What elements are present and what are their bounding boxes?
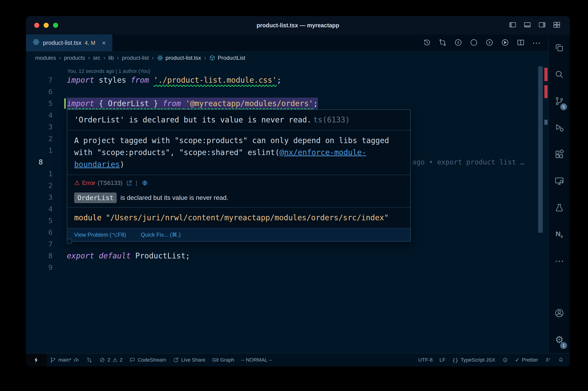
gitgraph-status[interactable]: Git Graph bbox=[209, 357, 238, 363]
line-number: 8 bbox=[26, 250, 67, 262]
line-number: 2 bbox=[26, 133, 67, 144]
search-icon[interactable] bbox=[549, 61, 570, 88]
cloud-upload-icon bbox=[74, 357, 80, 363]
symbol-cube-icon bbox=[209, 55, 215, 61]
breadcrumb-item-file[interactable]: product-list.tsx bbox=[157, 55, 201, 61]
inline-blame: ago • export product list … bbox=[412, 156, 524, 168]
customize-layout-icon[interactable] bbox=[553, 21, 561, 30]
prettier-status[interactable]: ✓ Prettier bbox=[511, 357, 542, 363]
breadcrumb-item-modules[interactable]: modules bbox=[35, 55, 56, 61]
minimize-window-button[interactable] bbox=[44, 23, 49, 28]
circle-icon[interactable] bbox=[470, 38, 478, 48]
problems-status[interactable]: 2 ⚠ 2 bbox=[96, 357, 126, 363]
scrollbar[interactable] bbox=[538, 66, 543, 233]
code-line[interactable]: 8export default ProductList; bbox=[26, 250, 548, 262]
close-window-button[interactable] bbox=[34, 23, 39, 28]
encoding-status[interactable]: UTF-8 bbox=[415, 357, 436, 363]
breadcrumb-item-symbol[interactable]: ProductList bbox=[209, 55, 245, 61]
status-bar: main* 2 ⚠ 2 CodeStream Live Share Git Gr… bbox=[26, 353, 570, 366]
globe-icon[interactable] bbox=[142, 180, 148, 186]
breadcrumb-separator: › bbox=[88, 54, 90, 61]
more-actions-icon[interactable]: ⋯ bbox=[532, 39, 540, 47]
source-control-badge: 5 bbox=[560, 103, 567, 110]
toggle-sidebar-right-icon[interactable] bbox=[538, 21, 546, 30]
overview-ruler-error-mark bbox=[544, 68, 548, 81]
code-line[interactable]: 7import styles from './product-list.modu… bbox=[26, 74, 548, 86]
chip-message: is declared but its value is never read. bbox=[120, 194, 228, 201]
codelens-blame[interactable]: You, 12 seconds ago | 1 author (You) bbox=[26, 64, 548, 74]
notifications-status[interactable] bbox=[554, 357, 570, 363]
extension-status-icon bbox=[502, 357, 508, 363]
split-editor-icon[interactable] bbox=[516, 38, 525, 48]
module-keyword: module bbox=[74, 213, 101, 222]
breadcrumb-item-products[interactable]: products bbox=[64, 55, 85, 61]
code-line[interactable]: 6 bbox=[26, 86, 548, 98]
compare-status[interactable] bbox=[83, 357, 96, 363]
line-number: 8 bbox=[26, 156, 67, 168]
breadcrumb-separator: › bbox=[152, 54, 154, 61]
line-number: 2 bbox=[26, 180, 67, 191]
view-problem-link[interactable]: View Problem (⌥F8) bbox=[74, 232, 126, 238]
feedback-person-icon bbox=[545, 357, 551, 363]
code-text: export default ProductList; bbox=[67, 250, 190, 262]
tooltip-resize-grip[interactable] bbox=[67, 239, 72, 244]
extensions-icon[interactable] bbox=[549, 141, 570, 168]
react-file-icon bbox=[32, 38, 40, 47]
more-views-icon[interactable]: ⋯ bbox=[549, 248, 570, 274]
source-control-icon[interactable]: 5 bbox=[549, 88, 570, 114]
breadcrumb: modules › products › src › lib › product… bbox=[26, 51, 548, 64]
timeline-history-icon[interactable] bbox=[423, 38, 431, 48]
feedback-status[interactable] bbox=[542, 357, 554, 363]
run-file-icon[interactable] bbox=[501, 38, 509, 48]
tab-close-icon[interactable]: × bbox=[102, 39, 106, 46]
tab-product-list[interactable]: product-list.tsx 4, M × bbox=[26, 34, 112, 51]
breadcrumb-item-src[interactable]: src bbox=[93, 55, 100, 61]
breadcrumb-item-product-list[interactable]: product-list bbox=[122, 55, 149, 61]
maximize-window-button[interactable] bbox=[53, 23, 58, 28]
account-icon[interactable] bbox=[549, 300, 570, 326]
extension-status[interactable] bbox=[499, 357, 511, 363]
vscode-window: product-list.tsx — myreactapp product-li… bbox=[26, 16, 570, 366]
codestream-status[interactable]: CodeStream bbox=[126, 357, 169, 363]
remote-explorer-icon[interactable] bbox=[549, 168, 570, 194]
breadcrumb-separator: › bbox=[117, 54, 119, 61]
titlebar: product-list.tsx — myreactapp bbox=[26, 16, 570, 34]
remote-lightning-icon bbox=[33, 357, 40, 363]
navigate-back-icon[interactable] bbox=[454, 38, 462, 48]
window-controls bbox=[34, 23, 58, 28]
settings-gear-icon[interactable]: ⚙1 bbox=[549, 326, 570, 353]
line-number: 7 bbox=[26, 238, 67, 250]
eol-status[interactable]: LF bbox=[436, 357, 449, 363]
error-count: 2 bbox=[107, 357, 110, 363]
code-line[interactable]: 5import { OrderList } from '@myreactapp/… bbox=[26, 98, 548, 109]
line-number: 6 bbox=[26, 226, 67, 238]
compare-changes-icon[interactable] bbox=[438, 38, 447, 48]
quick-fix-link[interactable]: Quick Fix... (⌘.) bbox=[141, 232, 180, 238]
open-external-icon[interactable] bbox=[126, 180, 132, 186]
code-line[interactable]: 9 bbox=[26, 262, 548, 273]
settings-badge: 1 bbox=[560, 342, 567, 349]
git-change-indicator bbox=[64, 98, 66, 109]
run-debug-icon[interactable] bbox=[549, 114, 570, 141]
overview-ruler-error-mark bbox=[544, 85, 548, 98]
toggle-sidebar-left-icon[interactable] bbox=[509, 21, 516, 30]
breadcrumb-item-lib[interactable]: lib bbox=[108, 55, 114, 61]
overview-ruler-mark bbox=[544, 120, 548, 125]
diagnostic-code: ts(6133) bbox=[313, 115, 350, 124]
navigate-forward-icon[interactable] bbox=[485, 38, 494, 48]
line-number: 9 bbox=[26, 262, 67, 273]
explorer-icon[interactable] bbox=[549, 34, 570, 61]
vim-mode-status[interactable]: -- NORMAL -- bbox=[238, 357, 275, 363]
nx-console-icon[interactable]: Nx bbox=[549, 221, 570, 248]
breadcrumb-separator: › bbox=[204, 54, 206, 61]
toggle-panel-icon[interactable] bbox=[523, 21, 531, 30]
remote-indicator[interactable] bbox=[26, 354, 47, 366]
diagnostic-message: 'OrderList' is declared but its value is… bbox=[74, 115, 312, 124]
editor[interactable]: You, 12 seconds ago | 1 author (You) 7im… bbox=[26, 64, 548, 353]
test-beaker-icon[interactable] bbox=[549, 194, 570, 221]
eslint-message-end: ) bbox=[120, 160, 124, 169]
error-icon bbox=[99, 357, 105, 363]
language-status[interactable]: {} TypeScript JSX bbox=[449, 357, 499, 363]
liveshare-status[interactable]: Live Share bbox=[169, 357, 209, 363]
branch-status[interactable]: main* bbox=[47, 357, 83, 363]
